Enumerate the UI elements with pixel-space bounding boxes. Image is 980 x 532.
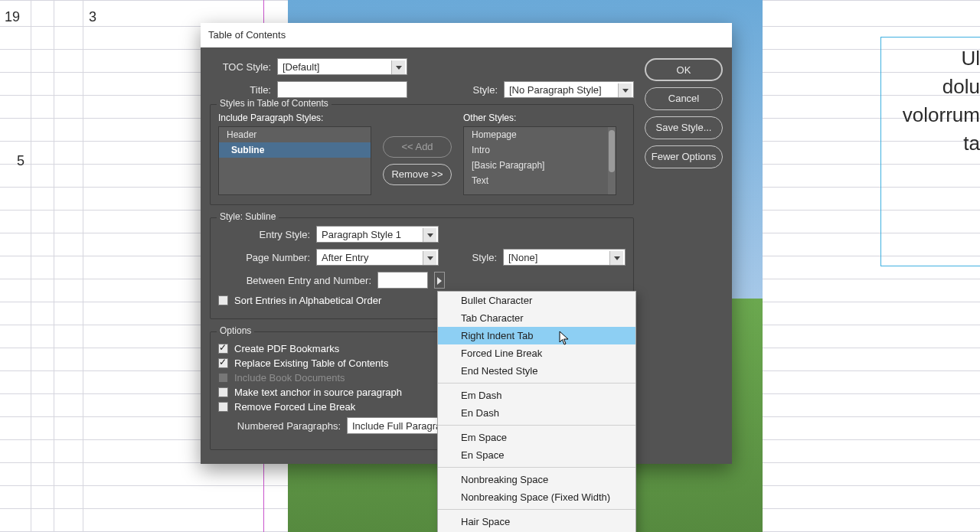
- between-input[interactable]: [377, 272, 428, 289]
- styles-group: Styles in Table of Contents Include Para…: [210, 104, 634, 205]
- menu-item[interactable]: En Dash: [438, 404, 635, 422]
- other-styles-list[interactable]: Homepage Intro [Basic Paragraph] Text: [463, 126, 616, 195]
- chevron-down-icon: [391, 60, 405, 74]
- menu-item[interactable]: Nonbreaking Space (Fixed Width): [438, 488, 635, 506]
- toc-style-value: [Default]: [283, 61, 319, 73]
- checkbox-label: Include Book Documents: [234, 372, 345, 383]
- doc-line-4: ta: [880, 129, 980, 158]
- doc-line-1: Ul: [880, 44, 980, 73]
- menu-item[interactable]: Forced Line Break: [438, 344, 635, 362]
- list-item[interactable]: Intro: [464, 142, 616, 158]
- checkbox-label: Create PDF Bookmarks: [234, 343, 339, 354]
- menu-item[interactable]: En Space: [438, 446, 635, 464]
- ruler-label-19: 19: [5, 9, 20, 25]
- entry-style-value: Paragraph Style 1: [322, 229, 401, 240]
- menu-separator: [438, 509, 635, 510]
- ok-button[interactable]: OK: [645, 58, 723, 81]
- checkbox-label: Remove Forced Line Break: [234, 401, 355, 413]
- menu-item[interactable]: Tab Character: [438, 309, 635, 327]
- ruler-label-5: 5: [17, 153, 24, 169]
- numbered-para-label: Numbered Paragraphs:: [218, 420, 341, 432]
- page-number-value: After Entry: [322, 252, 368, 263]
- list-item[interactable]: [Basic Paragraph]: [464, 158, 616, 173]
- chevron-down-icon: [609, 251, 623, 265]
- pn-style-value: [None]: [508, 252, 537, 263]
- menu-item[interactable]: Hair Space: [438, 513, 635, 530]
- scrollbar[interactable]: [608, 127, 616, 194]
- between-label: Between Entry and Number:: [218, 275, 371, 286]
- menu-separator: [438, 467, 635, 468]
- page-number-label: Page Number:: [218, 252, 310, 263]
- toc-title-input[interactable]: [277, 81, 407, 98]
- chevron-down-icon: [618, 83, 632, 97]
- menu-item[interactable]: Bullet Character: [438, 292, 635, 309]
- checkbox-label: Make text anchor in source paragraph: [234, 387, 402, 398]
- pn-style-dropdown[interactable]: [None]: [503, 249, 626, 266]
- menu-separator: [438, 383, 635, 383]
- checkbox-icon: [218, 344, 228, 354]
- options-group-legend: Options: [217, 325, 254, 336]
- title-style-value: [No Paragraph Style]: [509, 84, 602, 96]
- style-detail-legend: Style: Subline: [217, 211, 279, 222]
- special-char-menu-button[interactable]: [434, 272, 445, 289]
- ruler-label-3: 3: [89, 9, 96, 25]
- remove-style-button[interactable]: Remove >>: [383, 164, 452, 185]
- numbered-para-value: Include Full Paragra: [352, 420, 441, 432]
- title-style-dropdown[interactable]: [No Paragraph Style]: [504, 81, 634, 98]
- checkbox-label: Replace Existing Table of Contents: [234, 357, 388, 369]
- toc-style-label: TOC Style:: [210, 61, 271, 73]
- checkbox-icon: [218, 358, 228, 368]
- menu-item[interactable]: Right Indent Tab: [438, 327, 635, 344]
- checkbox-icon: [218, 387, 228, 397]
- chevron-down-icon: [423, 228, 436, 242]
- add-style-button[interactable]: << Add: [383, 136, 452, 158]
- title-style-label: Style:: [452, 84, 498, 96]
- menu-item[interactable]: End Nested Style: [438, 362, 635, 380]
- checkbox-icon: [218, 402, 228, 412]
- menu-item[interactable]: Em Space: [438, 429, 635, 446]
- title-label: Title:: [210, 84, 271, 96]
- fewer-options-button[interactable]: Fewer Options: [645, 145, 723, 168]
- page-number-dropdown[interactable]: After Entry: [316, 249, 439, 266]
- other-styles-label: Other Styles:: [463, 113, 616, 123]
- menu-separator: [438, 425, 635, 426]
- checkbox-icon: [218, 295, 228, 305]
- entry-style-dropdown[interactable]: Paragraph Style 1: [316, 226, 439, 243]
- checkbox-icon: [218, 373, 228, 383]
- include-styles-list[interactable]: Header Subline: [218, 126, 371, 195]
- doc-line-3: volorrum: [880, 101, 980, 129]
- list-item[interactable]: Homepage: [464, 127, 616, 142]
- save-style-button[interactable]: Save Style...: [645, 116, 723, 139]
- cancel-button[interactable]: Cancel: [645, 87, 723, 110]
- numbered-para-dropdown[interactable]: Include Full Paragra: [347, 417, 446, 434]
- styles-group-legend: Styles in Table of Contents: [217, 98, 332, 109]
- doc-line-2: dolu: [880, 73, 980, 101]
- sort-alpha-label: Sort Entries in Alphabetical Order: [234, 295, 381, 306]
- toc-style-dropdown[interactable]: [Default]: [277, 58, 407, 75]
- special-char-menu[interactable]: Bullet Character Tab Character Right Ind…: [437, 291, 636, 532]
- dialog-title[interactable]: Table of Contents: [201, 23, 732, 47]
- chevron-down-icon: [423, 251, 436, 265]
- list-item[interactable]: Text: [464, 173, 616, 188]
- menu-item[interactable]: Em Dash: [438, 387, 635, 404]
- list-item[interactable]: Subline: [219, 142, 371, 158]
- list-item[interactable]: Header: [219, 127, 371, 142]
- pn-style-label: Style:: [451, 252, 497, 263]
- menu-item[interactable]: Nonbreaking Space: [438, 471, 635, 488]
- entry-style-label: Entry Style:: [218, 229, 310, 240]
- include-styles-label: Include Paragraph Styles:: [218, 113, 371, 123]
